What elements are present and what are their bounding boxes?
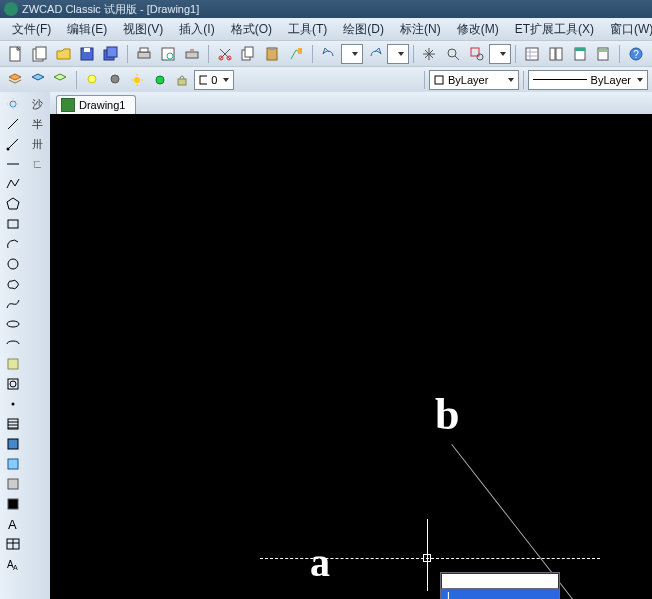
svg-rect-22 (526, 48, 538, 60)
props-icon[interactable] (521, 43, 543, 65)
cut-icon[interactable] (214, 43, 236, 65)
menu-bar: 文件(F) 编辑(E) 视图(V) 插入(I) 格式(O) 工具(T) 绘图(D… (0, 18, 652, 40)
menu-edit[interactable]: 编辑(E) (59, 21, 115, 38)
ellipse-icon[interactable] (2, 315, 24, 333)
pan-icon[interactable] (419, 43, 441, 65)
lock-icon[interactable] (172, 69, 193, 91)
lineweight-combo[interactable]: ByLayer (528, 70, 648, 90)
polygon-icon[interactable] (2, 195, 24, 213)
svg-rect-28 (599, 49, 607, 52)
help-icon[interactable]: ? (625, 43, 647, 65)
svg-text:A: A (8, 517, 17, 532)
new-doc-icon[interactable] (5, 43, 27, 65)
xline-icon[interactable] (2, 155, 24, 173)
ellipse-arc-icon[interactable] (2, 335, 24, 353)
undo-dropdown[interactable] (341, 44, 363, 64)
menu-window[interactable]: 窗口(W) (602, 21, 652, 38)
svg-text:?: ? (633, 49, 639, 60)
undo-icon[interactable] (318, 43, 340, 65)
svg-text:A: A (13, 564, 18, 571)
command-input[interactable] (441, 573, 559, 589)
cn-char-3[interactable]: 卅 (27, 135, 49, 153)
document-tab[interactable]: Drawing1 (56, 95, 136, 114)
save-icon[interactable] (76, 43, 98, 65)
wipeout-icon[interactable] (2, 495, 24, 513)
rect-icon[interactable] (2, 215, 24, 233)
sun-icon[interactable] (127, 69, 148, 91)
redo-icon[interactable] (364, 43, 386, 65)
text-icon[interactable]: A (2, 515, 24, 533)
calc-icon[interactable] (592, 43, 614, 65)
svg-rect-35 (178, 79, 186, 85)
zoom-dropdown[interactable] (489, 44, 511, 64)
autocomplete-item-0[interactable]: L (441, 589, 559, 599)
redo-dropdown[interactable] (387, 44, 409, 64)
toolpalette-icon[interactable] (569, 43, 591, 65)
line-icon[interactable] (2, 115, 24, 133)
cn-char-1[interactable]: 沙 (27, 95, 49, 113)
region-icon[interactable] (2, 455, 24, 473)
cn-char-4[interactable]: ㄈ (27, 155, 49, 173)
revcloud-icon[interactable] (2, 275, 24, 293)
annotation-b: b (435, 389, 459, 440)
menu-tools[interactable]: 工具(T) (280, 21, 335, 38)
left-palette-column: A AA 沙 半 卅 ㄈ (0, 92, 50, 599)
document-tab-row: Drawing1 (50, 92, 652, 114)
svg-rect-44 (8, 359, 18, 369)
menu-format[interactable]: 格式(O) (223, 21, 280, 38)
svg-point-21 (477, 54, 483, 60)
arc-icon[interactable] (2, 235, 24, 253)
mult-doc-icon[interactable] (29, 43, 51, 65)
zoom-win-icon[interactable] (466, 43, 488, 65)
gradient-icon[interactable] (2, 435, 24, 453)
pick-box (423, 554, 431, 562)
layer-combo[interactable]: 0 (194, 70, 235, 90)
color-bylayer-combo[interactable]: ByLayer (429, 70, 519, 90)
spline-icon[interactable] (2, 295, 24, 313)
match-icon[interactable] (285, 43, 307, 65)
menu-draw[interactable]: 绘图(D) (335, 21, 392, 38)
mtext-icon[interactable]: AA (2, 555, 24, 573)
menu-insert[interactable]: 插入(I) (171, 21, 222, 38)
paste-icon[interactable] (261, 43, 283, 65)
layer-prev-icon[interactable] (28, 69, 49, 91)
circle-icon[interactable] (2, 255, 24, 273)
menu-et[interactable]: ET扩展工具(X) (507, 21, 602, 38)
open-icon[interactable] (53, 43, 75, 65)
pline-icon[interactable] (2, 175, 24, 193)
copy-icon[interactable] (237, 43, 259, 65)
svg-rect-2 (36, 47, 46, 59)
svg-rect-26 (575, 48, 585, 51)
designcenter-icon[interactable] (545, 43, 567, 65)
point-icon[interactable] (2, 395, 24, 413)
bulb-on-icon[interactable] (82, 69, 103, 91)
batch-plot-icon[interactable] (181, 43, 203, 65)
boundary-icon[interactable] (2, 475, 24, 493)
layer-mgr-icon[interactable] (5, 69, 26, 91)
svg-rect-49 (8, 439, 18, 449)
cn-char-2[interactable]: 半 (27, 115, 49, 133)
hatch-icon[interactable] (2, 415, 24, 433)
autocomplete-list[interactable]: L LA LAS LASTANGLE LASTCMDANG (441, 589, 559, 599)
menu-view[interactable]: 视图(V) (115, 21, 171, 38)
block-icon[interactable] (2, 355, 24, 373)
svg-point-47 (11, 403, 14, 406)
block-make-icon[interactable] (2, 375, 24, 393)
menu-modify[interactable]: 修改(M) (449, 21, 507, 38)
layer-filter-icon[interactable] (50, 69, 71, 91)
plot-icon[interactable] (133, 43, 155, 65)
osnap-track-icon[interactable] (2, 95, 24, 113)
zoom-ext-icon[interactable] (442, 43, 464, 65)
svg-marker-40 (7, 198, 19, 209)
table-icon[interactable] (2, 535, 24, 553)
menu-dim[interactable]: 标注(N) (392, 21, 449, 38)
model-canvas[interactable]: a b L LA LAS LASTANGLE LASTCMDANG (50, 114, 652, 599)
plot-preview-icon[interactable] (157, 43, 179, 65)
freeze-icon[interactable] (149, 69, 170, 91)
menu-file[interactable]: 文件(F) (4, 21, 59, 38)
bulb-off-icon[interactable] (104, 69, 125, 91)
saveall-icon[interactable] (100, 43, 122, 65)
ray-icon[interactable] (2, 135, 24, 153)
separator (523, 71, 524, 89)
svg-rect-11 (186, 52, 198, 58)
